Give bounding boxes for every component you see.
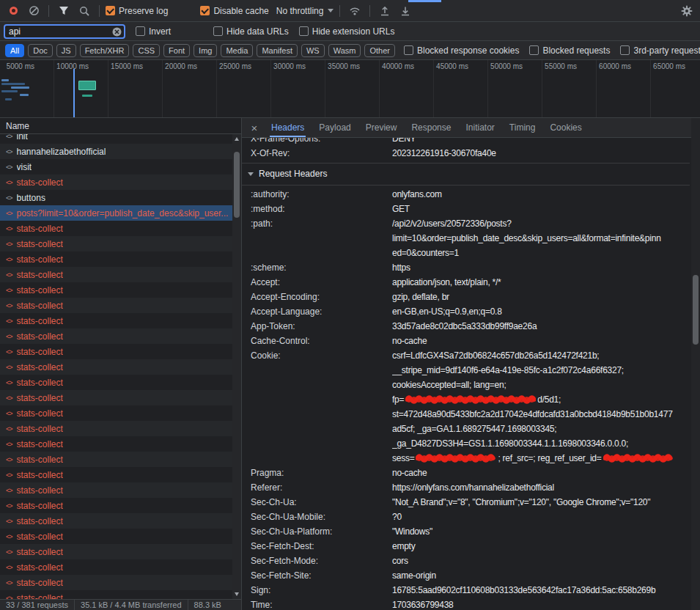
preserve-log-checkbox[interactable]: Preserve log [106,6,168,16]
clear-filter-icon[interactable] [112,27,122,37]
request-row[interactable]: <>stats-collect [0,251,241,267]
checkbox-blocked-response-cookies[interactable]: Blocked response cookies [404,45,519,56]
request-row[interactable]: <>stats-collect [0,344,241,359]
filter-chip-other[interactable]: Other [364,44,395,57]
header-value-line: application/json, text/plain, */* [392,275,690,290]
request-row[interactable]: <>stats-collect [0,267,241,282]
settings-button[interactable] [678,2,696,20]
import-har-button[interactable] [376,2,394,20]
filter-chip-img[interactable]: Img [194,44,217,57]
hide-extension-urls-checkbox[interactable]: Hide extension URLs [299,26,395,37]
requests-count: 33 / 381 requests [0,600,75,610]
request-name: stats-collect [17,547,63,557]
disable-cache-checkbox[interactable]: Disable cache [200,6,268,16]
export-har-button[interactable] [397,2,414,20]
filter-chip-wasm[interactable]: Wasm [328,44,361,57]
invert-checkbox[interactable]: Invert [136,26,171,37]
header-name: Sec-Ch-Ua: [242,495,392,510]
header-value: en-GB,en-US;q=0.9,en;q=0.8 [392,304,690,319]
tab-preview[interactable]: Preview [358,118,405,137]
header-name: Pragma: [242,466,392,480]
tab-response[interactable]: Response [404,118,458,137]
network-tab-underline [408,0,441,2]
file-icon: <> [6,163,12,171]
throttling-select[interactable]: No throttling [276,6,334,16]
request-name: stats-collect [17,501,63,511]
request-row[interactable]: <>stats-collect [0,529,241,544]
request-row[interactable]: <>stats-collect [0,236,241,251]
checkbox-blocked-requests[interactable]: Blocked requests [529,45,610,56]
request-row[interactable]: <>stats-collect [0,174,241,190]
details-scrollbar[interactable] [691,118,700,610]
request-headers-section[interactable]: Request Headers [242,165,690,183]
timeline-tick-label: 30000 ms [271,60,325,117]
header-value-line: empty [392,539,690,554]
header-value: empty [392,539,690,554]
filter-chip-ws[interactable]: WS [301,44,325,57]
transferred-size: 35.1 kB / 4.4 MB transferred [75,600,188,610]
request-row[interactable]: <>stats-collect [0,559,241,575]
record-icon [10,7,18,15]
filter-chip-manifest[interactable]: Manifest [257,44,298,57]
filter-button[interactable] [55,2,73,20]
scrollbar-thumb[interactable] [693,275,699,345]
request-row[interactable]: <>posts?limit=10&order=publish_date_desc… [0,205,241,221]
request-row[interactable]: <>visit [0,159,241,174]
request-row[interactable]: <>stats-collect [0,221,241,236]
scroll-down-icon[interactable] [235,592,239,596]
request-row[interactable]: <>stats-collect [0,544,241,559]
header-value: 1703636799438 [392,598,690,610]
request-row[interactable]: <>stats-collect [0,436,241,452]
request-row[interactable]: <>stats-collect [0,359,241,375]
filter-chip-css[interactable]: CSS [133,44,160,57]
scrollbar-thumb[interactable] [234,152,240,218]
filter-chip-all[interactable]: All [5,44,24,57]
filter-chip-font[interactable]: Font [163,44,190,57]
request-row[interactable]: <>stats-collect [0,405,241,421]
header-value-line: 33d57ade8c02dbc5a333db99ff9ae26a [392,319,690,334]
tab-headers[interactable]: Headers [264,118,312,137]
request-row[interactable]: <>stats-collect [0,575,241,590]
hide-data-urls-label: Hide data URLs [226,26,289,37]
request-row[interactable]: <>stats-collect [0,421,241,436]
close-icon[interactable]: × [245,122,264,134]
record-button[interactable] [4,2,22,20]
clear-button[interactable] [25,2,43,20]
filter-chip-js[interactable]: JS [56,44,76,57]
network-conditions-button[interactable] [346,2,364,20]
request-row[interactable]: <>buttons [0,190,241,205]
request-row[interactable]: <>stats-collect [0,313,241,328]
request-row[interactable]: <>stats-collect [0,482,241,498]
tab-timing[interactable]: Timing [502,118,543,137]
request-row[interactable]: <>stats-collect [0,282,241,298]
request-list-scrollbar[interactable] [232,134,241,599]
header-row: Sec-Fetch-Site:same-origin [242,568,690,583]
request-row[interactable]: <>stats-collect [0,513,241,529]
tab-initiator[interactable]: Initiator [458,118,501,137]
hide-data-urls-checkbox[interactable]: Hide data URLs [213,26,289,37]
toolbar-divider [369,5,370,17]
checkbox-3rd-party-requests[interactable]: 3rd-party requests [620,45,700,56]
request-row[interactable]: <>stats-collect [0,498,241,513]
request-row[interactable]: <>init [0,134,241,144]
filter-chip-doc[interactable]: Doc [28,44,53,57]
request-row[interactable]: <>stats-collect [0,452,241,467]
request-row[interactable]: <>stats-collect [0,328,241,344]
search-button[interactable] [75,2,93,20]
name-column-header[interactable]: Name [0,118,241,134]
filter-input[interactable] [5,26,124,37]
request-row[interactable]: <>stats-collect [0,467,241,482]
timeline-tick-label: 5000 ms [0,60,54,117]
filter-chip-media[interactable]: Media [221,44,253,57]
timeline-overview[interactable]: 5000 ms10000 ms15000 ms20000 ms25000 ms3… [0,60,700,118]
filter-chip-fetch-xhr[interactable]: Fetch/XHR [80,44,130,57]
request-row[interactable]: <>hannahelizabethofficial [0,144,241,159]
request-row[interactable]: <>stats-collect [0,375,241,390]
request-row[interactable]: <>stats-collect [0,298,241,313]
scroll-up-icon[interactable] [235,137,239,141]
header-value-line: cors [392,554,690,568]
tab-cookies[interactable]: Cookies [542,118,589,137]
tab-payload[interactable]: Payload [312,118,358,137]
request-row[interactable]: <>stats-collect [0,590,241,599]
request-row[interactable]: <>stats-collect [0,390,241,405]
